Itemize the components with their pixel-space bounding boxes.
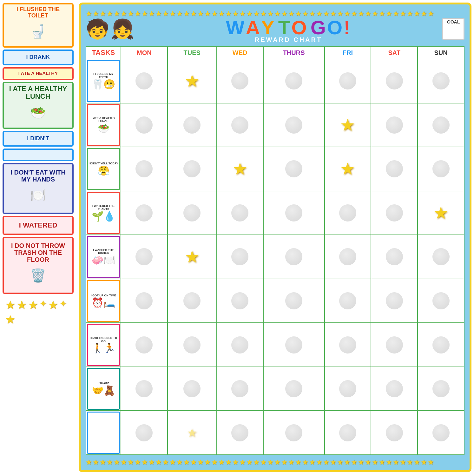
star-cell-plants-sun[interactable]: ★ xyxy=(418,191,464,235)
placeholder xyxy=(135,336,153,354)
star-cell-flossed-mon[interactable] xyxy=(121,59,168,103)
star-3: ★ xyxy=(28,298,38,312)
star-cell-share-sun[interactable] xyxy=(418,367,464,411)
top-stars-deco: ★ ★ ★ ★ ★ ★ ★ ★ ★ ★ ★ ★ ★ ★ ★ ★ ★ ★ ★ ★ … xyxy=(86,8,464,18)
deco-star: ★ xyxy=(358,458,364,466)
col-tasks: TASKS xyxy=(86,46,121,59)
star-cell-gotup-wed[interactable] xyxy=(217,279,263,323)
star-cell-empty-mon[interactable] xyxy=(121,411,168,455)
star-cell-plants-tues[interactable] xyxy=(168,191,217,235)
placeholder xyxy=(432,160,450,177)
star-cell-dishes-sun[interactable] xyxy=(418,235,464,279)
star-cell-dishes-mon[interactable] xyxy=(121,235,168,279)
star-cell-said-fri[interactable] xyxy=(325,323,371,367)
task-plants-title: I WATERED THE PLANTS xyxy=(89,205,118,211)
star-cell-flossed-tues[interactable]: ★ xyxy=(168,59,217,103)
deco-star: ★ xyxy=(281,458,287,466)
deco-star: ★ xyxy=(148,10,155,18)
star-cell-empty-fri[interactable] xyxy=(325,411,371,455)
star-cell-dishes-wed[interactable] xyxy=(217,235,263,279)
star-cell-noyell-thurs[interactable] xyxy=(263,147,325,191)
star-cell-plants-thurs[interactable] xyxy=(263,191,325,235)
star-cell-empty-sun[interactable] xyxy=(418,411,464,455)
star-cell-healthy-mon[interactable] xyxy=(121,103,168,147)
star-cell-plants-wed[interactable] xyxy=(217,191,263,235)
star-cell-empty-thurs[interactable] xyxy=(263,411,325,455)
star-cell-noyell-fri[interactable]: ★ xyxy=(325,147,371,191)
table-row: I SHARE 🤝🧸 xyxy=(86,367,464,411)
star-cell-gotup-fri[interactable] xyxy=(325,279,371,323)
star-cell-plants-mon[interactable] xyxy=(121,191,168,235)
deco-star: ★ xyxy=(421,10,427,18)
star-cell-said-sun[interactable] xyxy=(418,323,464,367)
placeholder xyxy=(386,292,403,309)
deco-star: ★ xyxy=(288,458,294,466)
star-cell-healthy-sun[interactable] xyxy=(418,103,464,147)
table-row: ★ xyxy=(86,411,464,455)
star-sticker: ★ xyxy=(340,159,355,178)
star-cell-gotup-thurs[interactable] xyxy=(263,279,325,323)
star-cell-noyell-tues[interactable] xyxy=(168,147,217,191)
star-cell-flossed-sat[interactable] xyxy=(371,59,418,103)
star-cell-flossed-sun[interactable] xyxy=(418,59,464,103)
deco-star: ★ xyxy=(135,10,141,18)
star-cell-dishes-tues[interactable]: ★ xyxy=(168,235,217,279)
star-cell-said-thurs[interactable] xyxy=(263,323,325,367)
deco-star: ★ xyxy=(344,458,350,466)
star-cell-noyell-sat[interactable] xyxy=(371,147,418,191)
placeholder xyxy=(183,116,201,134)
star-cell-share-tues[interactable] xyxy=(168,367,217,411)
deco-star: ★ xyxy=(114,10,120,18)
star-cell-gotup-mon[interactable] xyxy=(121,279,168,323)
star-cell-share-wed[interactable] xyxy=(217,367,263,411)
star-cell-healthy-sat[interactable] xyxy=(371,103,418,147)
kid-2: 👧 xyxy=(111,18,135,40)
star-cell-said-tues[interactable] xyxy=(168,323,217,367)
trash-label: I DO NOT THROW TRASH ON THE FLOOR xyxy=(6,242,70,263)
star-cell-said-mon[interactable] xyxy=(121,323,168,367)
deco-star: ★ xyxy=(246,458,253,466)
star-cell-said-wed[interactable] xyxy=(217,323,263,367)
star-cell-dishes-fri[interactable] xyxy=(325,235,371,279)
star-cell-gotup-sun[interactable] xyxy=(418,279,464,323)
deco-star: ★ xyxy=(372,458,378,466)
chart-title: W A Y T O G O ! xyxy=(226,18,351,37)
star-cell-flossed-wed[interactable] xyxy=(217,59,263,103)
deco-star: ★ xyxy=(142,458,148,466)
star-cell-flossed-fri[interactable] xyxy=(325,59,371,103)
deco-star: ★ xyxy=(260,458,267,466)
star-cell-plants-sat[interactable] xyxy=(371,191,418,235)
star-cell-said-sat[interactable] xyxy=(371,323,418,367)
col-wed: WED xyxy=(217,46,263,59)
star-cell-share-fri[interactable] xyxy=(325,367,371,411)
star-cell-gotup-tues[interactable] xyxy=(168,279,217,323)
star-cell-flossed-thurs[interactable] xyxy=(263,59,325,103)
star-cell-healthy-wed[interactable] xyxy=(217,103,263,147)
task-gotup: I GOT UP ON TIME ⏰🛏️ xyxy=(87,280,120,322)
deco-star: ★ xyxy=(100,458,106,466)
star-cell-noyell-sun[interactable] xyxy=(418,147,464,191)
star-cell-empty-wed[interactable] xyxy=(217,411,263,455)
placeholder xyxy=(135,380,153,397)
deco-star: ★ xyxy=(93,10,99,18)
task-cell-flossed: I FLOSSED MY TEETH 🦷😬 xyxy=(86,59,121,103)
star-cell-share-thurs[interactable] xyxy=(263,367,325,411)
star-cell-healthy-tues[interactable] xyxy=(168,103,217,147)
task-cell-plants: I WATERED THE PLANTS 🌱💧 xyxy=(86,191,121,235)
star-cell-dishes-thurs[interactable] xyxy=(263,235,325,279)
star-cell-healthy-fri[interactable]: ★ xyxy=(325,103,371,147)
star-cell-empty-tues[interactable]: ★ xyxy=(168,411,217,455)
star-cell-share-mon[interactable] xyxy=(121,367,168,411)
star-cell-dishes-sat[interactable] xyxy=(371,235,418,279)
star-cell-noyell-wed[interactable]: ★ xyxy=(217,147,263,191)
star-cell-healthy-thurs[interactable] xyxy=(263,103,325,147)
star-cell-gotup-sat[interactable] xyxy=(371,279,418,323)
star-cell-plants-fri[interactable] xyxy=(325,191,371,235)
star-cell-empty-sat[interactable] xyxy=(371,411,418,455)
task-cell-share: I SHARE 🤝🧸 xyxy=(86,367,121,411)
task-empty xyxy=(87,412,120,454)
deco-star: ★ xyxy=(218,458,225,466)
star-cell-noyell-mon[interactable] xyxy=(121,147,168,191)
star-cell-share-sat[interactable] xyxy=(371,367,418,411)
placeholder xyxy=(339,380,356,397)
